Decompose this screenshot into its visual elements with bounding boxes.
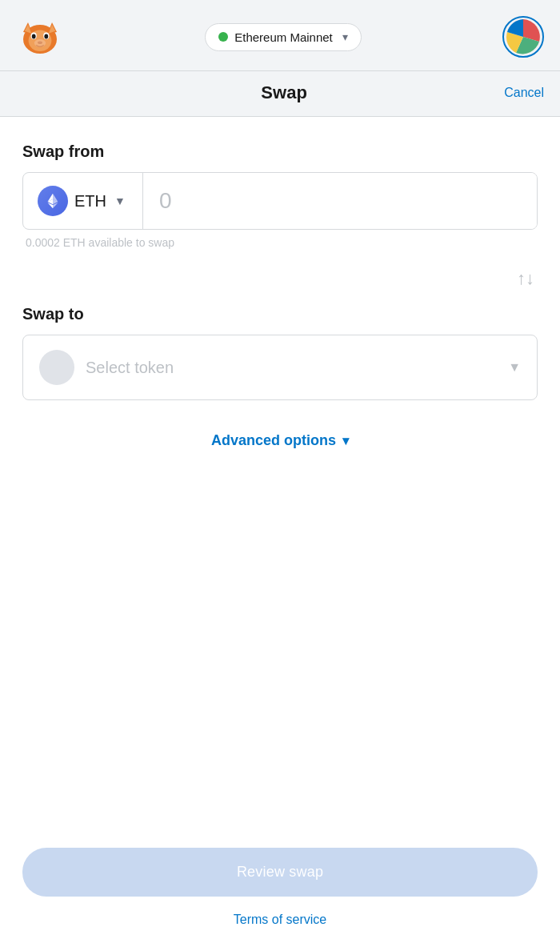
swap-to-label: Swap to bbox=[22, 305, 538, 323]
swap-from-section: Swap from ETH ▼ 0. bbox=[22, 142, 538, 249]
from-token-name: ETH bbox=[74, 192, 106, 211]
swap-to-section: Swap to Select token ▼ bbox=[22, 305, 538, 400]
from-token-selector[interactable]: ETH ▼ bbox=[23, 173, 143, 229]
swap-from-label: Swap from bbox=[22, 142, 538, 161]
swap-direction-container: ↑↓ bbox=[22, 265, 538, 292]
network-selector[interactable]: Ethereum Mainnet ▾ bbox=[205, 23, 362, 51]
main-content: Swap from ETH ▼ 0. bbox=[0, 117, 560, 848]
review-section: Review swap Terms of service bbox=[0, 848, 560, 951]
terms-of-service-link[interactable]: Terms of service bbox=[234, 913, 326, 927]
select-token-text: Select token bbox=[86, 359, 174, 377]
network-chevron-icon: ▾ bbox=[342, 30, 348, 43]
swap-from-input-row: ETH ▼ bbox=[22, 172, 538, 230]
select-token-chevron-icon: ▼ bbox=[508, 360, 521, 375]
swap-direction-button[interactable]: ↑↓ bbox=[514, 265, 538, 292]
svg-point-11 bbox=[34, 39, 46, 47]
from-token-chevron-icon: ▼ bbox=[114, 195, 126, 207]
advanced-options-button[interactable]: Advanced options ▾ bbox=[211, 432, 349, 449]
account-avatar[interactable] bbox=[502, 16, 544, 58]
available-balance-text: 0.0002 ETH available to swap bbox=[26, 236, 538, 249]
cancel-button[interactable]: Cancel bbox=[504, 86, 544, 100]
token-placeholder-icon bbox=[39, 350, 74, 385]
page-title: Swap bbox=[64, 82, 504, 103]
metamask-logo bbox=[16, 13, 64, 61]
svg-point-9 bbox=[44, 34, 48, 38]
select-token-left: Select token bbox=[39, 350, 174, 385]
network-status-dot bbox=[218, 32, 228, 42]
advanced-options-label: Advanced options bbox=[211, 432, 336, 449]
advanced-options-chevron-icon: ▾ bbox=[342, 433, 349, 448]
to-token-selector[interactable]: Select token ▼ bbox=[22, 335, 538, 400]
title-bar: Swap Cancel bbox=[0, 71, 560, 117]
network-name: Ethereum Mainnet bbox=[234, 30, 333, 44]
svg-point-8 bbox=[32, 34, 36, 38]
from-amount-input[interactable] bbox=[143, 173, 537, 229]
header: Ethereum Mainnet ▾ bbox=[0, 0, 560, 71]
advanced-options-section: Advanced options ▾ bbox=[22, 432, 538, 449]
eth-token-icon bbox=[38, 186, 68, 216]
review-swap-button[interactable]: Review swap bbox=[22, 848, 538, 897]
